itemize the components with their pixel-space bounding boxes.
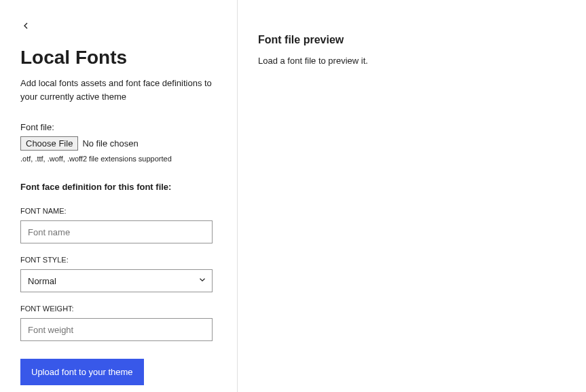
right-panel: Font file preview Load a font file to pr… bbox=[238, 0, 586, 392]
font-style-label: FONT STYLE: bbox=[20, 256, 217, 264]
font-weight-field: FONT WEIGHT: bbox=[20, 305, 217, 341]
section-title: Font face definition for this font file: bbox=[20, 182, 217, 192]
font-name-field: FONT NAME: bbox=[20, 207, 217, 243]
font-weight-input[interactable] bbox=[20, 318, 213, 341]
chevron-left-icon bbox=[20, 20, 31, 33]
file-hint: .otf, .ttf, .woff, .woff2 file extension… bbox=[20, 155, 217, 163]
file-input-row: Choose File No file chosen bbox=[20, 136, 217, 151]
back-button[interactable] bbox=[20, 20, 31, 33]
font-name-label: FONT NAME: bbox=[20, 207, 217, 215]
font-file-label: Font file: bbox=[20, 122, 217, 132]
font-weight-label: FONT WEIGHT: bbox=[20, 305, 217, 313]
left-panel: Local Fonts Add local fonts assets and f… bbox=[0, 0, 238, 392]
font-style-select[interactable]: Normal bbox=[20, 269, 213, 292]
page-description: Add local fonts assets and font face def… bbox=[20, 77, 217, 103]
preview-title: Font file preview bbox=[258, 34, 566, 46]
font-name-input[interactable] bbox=[20, 220, 213, 243]
file-status-text: No file chosen bbox=[82, 138, 138, 149]
page-title: Local Fonts bbox=[20, 47, 217, 68]
preview-message: Load a font file to preview it. bbox=[258, 56, 566, 66]
font-style-field: FONT STYLE: Normal bbox=[20, 256, 217, 292]
upload-button[interactable]: Upload font to your theme bbox=[20, 359, 144, 385]
choose-file-button[interactable]: Choose File bbox=[20, 136, 78, 151]
